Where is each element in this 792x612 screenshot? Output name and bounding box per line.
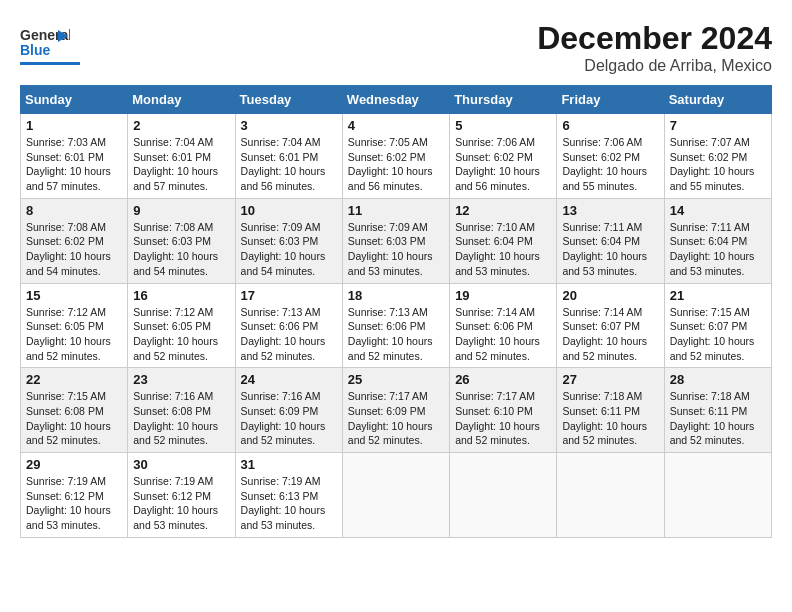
day-info: Sunrise: 7:06 AM Sunset: 6:02 PM Dayligh…	[455, 135, 551, 194]
calendar-week-row: 8 Sunrise: 7:08 AM Sunset: 6:02 PM Dayli…	[21, 198, 772, 283]
table-row: 5 Sunrise: 7:06 AM Sunset: 6:02 PM Dayli…	[450, 114, 557, 199]
day-info: Sunrise: 7:09 AM Sunset: 6:03 PM Dayligh…	[348, 220, 444, 279]
day-number: 18	[348, 288, 444, 303]
table-row: 27 Sunrise: 7:18 AM Sunset: 6:11 PM Dayl…	[557, 368, 664, 453]
table-row: 24 Sunrise: 7:16 AM Sunset: 6:09 PM Dayl…	[235, 368, 342, 453]
day-info: Sunrise: 7:07 AM Sunset: 6:02 PM Dayligh…	[670, 135, 766, 194]
day-info: Sunrise: 7:03 AM Sunset: 6:01 PM Dayligh…	[26, 135, 122, 194]
table-row: 23 Sunrise: 7:16 AM Sunset: 6:08 PM Dayl…	[128, 368, 235, 453]
day-number: 14	[670, 203, 766, 218]
table-row: 22 Sunrise: 7:15 AM Sunset: 6:08 PM Dayl…	[21, 368, 128, 453]
table-row: 6 Sunrise: 7:06 AM Sunset: 6:02 PM Dayli…	[557, 114, 664, 199]
day-info: Sunrise: 7:17 AM Sunset: 6:09 PM Dayligh…	[348, 389, 444, 448]
table-row: 19 Sunrise: 7:14 AM Sunset: 6:06 PM Dayl…	[450, 283, 557, 368]
table-row: 8 Sunrise: 7:08 AM Sunset: 6:02 PM Dayli…	[21, 198, 128, 283]
day-info: Sunrise: 7:06 AM Sunset: 6:02 PM Dayligh…	[562, 135, 658, 194]
page-title: December 2024	[537, 20, 772, 57]
table-row: 1 Sunrise: 7:03 AM Sunset: 6:01 PM Dayli…	[21, 114, 128, 199]
day-number: 2	[133, 118, 229, 133]
day-info: Sunrise: 7:17 AM Sunset: 6:10 PM Dayligh…	[455, 389, 551, 448]
header-thursday: Thursday	[450, 86, 557, 114]
day-number: 31	[241, 457, 337, 472]
day-number: 20	[562, 288, 658, 303]
day-number: 28	[670, 372, 766, 387]
header-sunday: Sunday	[21, 86, 128, 114]
table-row: 15 Sunrise: 7:12 AM Sunset: 6:05 PM Dayl…	[21, 283, 128, 368]
day-info: Sunrise: 7:11 AM Sunset: 6:04 PM Dayligh…	[562, 220, 658, 279]
day-number: 22	[26, 372, 122, 387]
table-row: 21 Sunrise: 7:15 AM Sunset: 6:07 PM Dayl…	[664, 283, 771, 368]
table-row: 25 Sunrise: 7:17 AM Sunset: 6:09 PM Dayl…	[342, 368, 449, 453]
day-info: Sunrise: 7:11 AM Sunset: 6:04 PM Dayligh…	[670, 220, 766, 279]
calendar-table: Sunday Monday Tuesday Wednesday Thursday…	[20, 85, 772, 538]
day-number: 3	[241, 118, 337, 133]
day-number: 30	[133, 457, 229, 472]
day-info: Sunrise: 7:04 AM Sunset: 6:01 PM Dayligh…	[241, 135, 337, 194]
day-info: Sunrise: 7:13 AM Sunset: 6:06 PM Dayligh…	[241, 305, 337, 364]
day-number: 16	[133, 288, 229, 303]
calendar-week-row: 15 Sunrise: 7:12 AM Sunset: 6:05 PM Dayl…	[21, 283, 772, 368]
header-wednesday: Wednesday	[342, 86, 449, 114]
table-row: 7 Sunrise: 7:07 AM Sunset: 6:02 PM Dayli…	[664, 114, 771, 199]
day-info: Sunrise: 7:13 AM Sunset: 6:06 PM Dayligh…	[348, 305, 444, 364]
day-number: 17	[241, 288, 337, 303]
table-row: 2 Sunrise: 7:04 AM Sunset: 6:01 PM Dayli…	[128, 114, 235, 199]
day-info: Sunrise: 7:18 AM Sunset: 6:11 PM Dayligh…	[562, 389, 658, 448]
day-number: 29	[26, 457, 122, 472]
table-row	[342, 453, 449, 538]
header-monday: Monday	[128, 86, 235, 114]
day-number: 7	[670, 118, 766, 133]
calendar-week-row: 1 Sunrise: 7:03 AM Sunset: 6:01 PM Dayli…	[21, 114, 772, 199]
day-info: Sunrise: 7:14 AM Sunset: 6:06 PM Dayligh…	[455, 305, 551, 364]
table-row: 18 Sunrise: 7:13 AM Sunset: 6:06 PM Dayl…	[342, 283, 449, 368]
day-number: 1	[26, 118, 122, 133]
day-number: 10	[241, 203, 337, 218]
table-row: 11 Sunrise: 7:09 AM Sunset: 6:03 PM Dayl…	[342, 198, 449, 283]
day-info: Sunrise: 7:05 AM Sunset: 6:02 PM Dayligh…	[348, 135, 444, 194]
table-row	[450, 453, 557, 538]
day-info: Sunrise: 7:08 AM Sunset: 6:02 PM Dayligh…	[26, 220, 122, 279]
day-number: 24	[241, 372, 337, 387]
day-number: 11	[348, 203, 444, 218]
day-info: Sunrise: 7:15 AM Sunset: 6:08 PM Dayligh…	[26, 389, 122, 448]
table-row: 3 Sunrise: 7:04 AM Sunset: 6:01 PM Dayli…	[235, 114, 342, 199]
day-info: Sunrise: 7:18 AM Sunset: 6:11 PM Dayligh…	[670, 389, 766, 448]
table-row: 17 Sunrise: 7:13 AM Sunset: 6:06 PM Dayl…	[235, 283, 342, 368]
day-number: 21	[670, 288, 766, 303]
table-row: 29 Sunrise: 7:19 AM Sunset: 6:12 PM Dayl…	[21, 453, 128, 538]
table-row: 28 Sunrise: 7:18 AM Sunset: 6:11 PM Dayl…	[664, 368, 771, 453]
table-row: 13 Sunrise: 7:11 AM Sunset: 6:04 PM Dayl…	[557, 198, 664, 283]
day-number: 23	[133, 372, 229, 387]
day-info: Sunrise: 7:10 AM Sunset: 6:04 PM Dayligh…	[455, 220, 551, 279]
table-row: 30 Sunrise: 7:19 AM Sunset: 6:12 PM Dayl…	[128, 453, 235, 538]
day-info: Sunrise: 7:04 AM Sunset: 6:01 PM Dayligh…	[133, 135, 229, 194]
table-row: 26 Sunrise: 7:17 AM Sunset: 6:10 PM Dayl…	[450, 368, 557, 453]
title-block: December 2024 Delgado de Arriba, Mexico	[537, 20, 772, 75]
svg-text:Blue: Blue	[20, 42, 51, 58]
day-number: 19	[455, 288, 551, 303]
table-row: 9 Sunrise: 7:08 AM Sunset: 6:03 PM Dayli…	[128, 198, 235, 283]
day-number: 15	[26, 288, 122, 303]
day-info: Sunrise: 7:09 AM Sunset: 6:03 PM Dayligh…	[241, 220, 337, 279]
day-info: Sunrise: 7:12 AM Sunset: 6:05 PM Dayligh…	[133, 305, 229, 364]
logo: General Blue	[20, 20, 80, 65]
table-row	[664, 453, 771, 538]
day-info: Sunrise: 7:19 AM Sunset: 6:12 PM Dayligh…	[133, 474, 229, 533]
table-row: 20 Sunrise: 7:14 AM Sunset: 6:07 PM Dayl…	[557, 283, 664, 368]
day-number: 6	[562, 118, 658, 133]
day-info: Sunrise: 7:19 AM Sunset: 6:12 PM Dayligh…	[26, 474, 122, 533]
day-number: 25	[348, 372, 444, 387]
table-row: 16 Sunrise: 7:12 AM Sunset: 6:05 PM Dayl…	[128, 283, 235, 368]
table-row: 31 Sunrise: 7:19 AM Sunset: 6:13 PM Dayl…	[235, 453, 342, 538]
day-info: Sunrise: 7:12 AM Sunset: 6:05 PM Dayligh…	[26, 305, 122, 364]
day-number: 13	[562, 203, 658, 218]
day-info: Sunrise: 7:08 AM Sunset: 6:03 PM Dayligh…	[133, 220, 229, 279]
table-row: 12 Sunrise: 7:10 AM Sunset: 6:04 PM Dayl…	[450, 198, 557, 283]
day-info: Sunrise: 7:16 AM Sunset: 6:08 PM Dayligh…	[133, 389, 229, 448]
day-number: 9	[133, 203, 229, 218]
header-tuesday: Tuesday	[235, 86, 342, 114]
day-number: 4	[348, 118, 444, 133]
day-info: Sunrise: 7:19 AM Sunset: 6:13 PM Dayligh…	[241, 474, 337, 533]
page-subtitle: Delgado de Arriba, Mexico	[537, 57, 772, 75]
logo-svg: General Blue	[20, 20, 70, 60]
